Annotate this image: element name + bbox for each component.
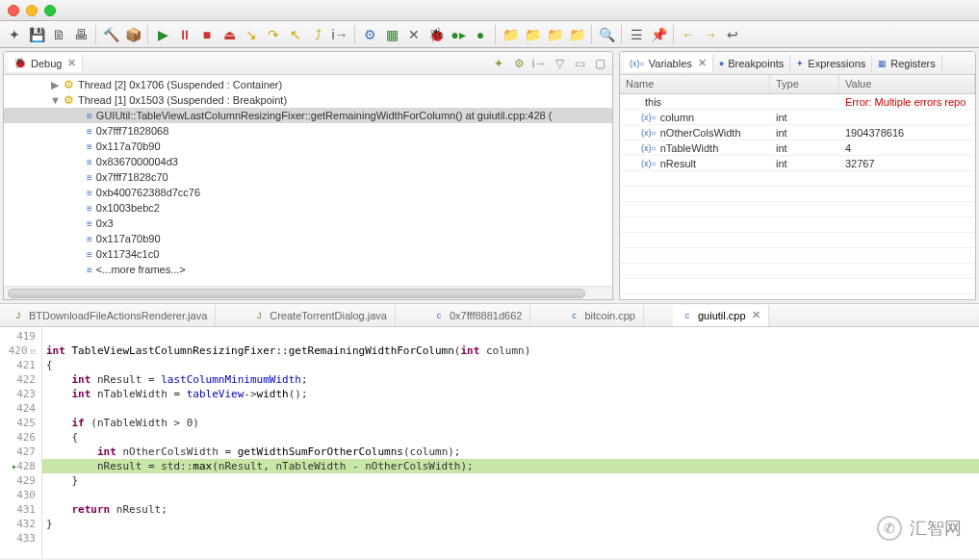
column-value[interactable]: Value <box>839 75 975 93</box>
folder3-icon[interactable]: 📁 <box>544 24 565 45</box>
line-number[interactable]: 432 <box>0 517 41 531</box>
debug-action-icon[interactable]: ✦ <box>490 55 507 72</box>
line-number[interactable]: 423 <box>0 387 41 401</box>
editor-tab[interactable]: cguiutil.cpp✕ <box>673 305 769 326</box>
box-icon[interactable]: 📦 <box>122 24 143 45</box>
close-traffic-light[interactable] <box>8 5 19 16</box>
code-line[interactable]: } <box>42 473 979 488</box>
save-all-icon[interactable]: 🗎 <box>48 24 69 45</box>
suspend-icon[interactable]: ⏸ <box>174 24 195 45</box>
code-editor[interactable]: 4194204214224234244254264274284294304314… <box>0 327 979 558</box>
code-line[interactable] <box>42 329 979 344</box>
instruction-step-icon[interactable]: i→ <box>329 24 350 45</box>
column-type[interactable]: Type <box>770 75 839 93</box>
line-number[interactable]: 430 <box>0 488 41 502</box>
code-line[interactable]: nResult = std::max(nResult, nTableWidth … <box>42 459 979 473</box>
stack-frame-row[interactable]: ≡0x117a70b90 <box>4 139 612 154</box>
tab-registers[interactable]: ▦Registers <box>872 55 941 72</box>
step-mode-icon[interactable]: i→ <box>530 55 548 72</box>
tab-breakpoints[interactable]: ●Breakpoints <box>713 55 791 72</box>
variable-row[interactable]: (x)=nResultint32767 <box>620 156 975 171</box>
step-into-icon[interactable]: ↘ <box>241 24 262 45</box>
code-line[interactable]: int TableViewLastColumnResizingFixer::ge… <box>42 344 979 358</box>
terminate-icon[interactable]: ■ <box>196 24 218 45</box>
stack-frame-row[interactable]: ≡GUIUtil::TableViewLastColumnResizingFix… <box>4 108 612 123</box>
thread-row[interactable]: ▶⚙Thread [2] 0x1706 (Suspended : Contain… <box>4 77 612 92</box>
variable-row[interactable]: (x)=nTableWidthint4 <box>620 140 975 156</box>
variables-table[interactable]: thisError: Multiple errors repo(x)=colum… <box>620 94 975 299</box>
line-number[interactable]: 427 <box>0 445 41 459</box>
run-icon[interactable]: ●▸ <box>448 24 469 45</box>
code-line[interactable]: { <box>42 358 979 372</box>
tab-variables[interactable]: (x)=Variables✕ <box>624 54 713 72</box>
line-number[interactable]: 428 <box>0 459 41 473</box>
code-line[interactable]: } <box>42 517 979 531</box>
build-icon[interactable]: 🔨 <box>100 24 121 45</box>
line-number[interactable]: 425 <box>0 416 41 430</box>
debug-action2-icon[interactable]: ⚙ <box>510 55 528 72</box>
save-icon[interactable]: 💾 <box>26 24 47 45</box>
code-line[interactable]: int nTableWidth = tableView->width(); <box>42 387 979 401</box>
debug-stack-tree[interactable]: ▶⚙Thread [2] 0x1706 (Suspended : Contain… <box>4 75 612 286</box>
zoom-traffic-light[interactable] <box>44 5 56 16</box>
column-name[interactable]: Name <box>620 75 770 93</box>
stack-frame-row[interactable]: ≡0xb400762388d7cc76 <box>4 185 612 200</box>
folder-icon[interactable]: 📁 <box>500 24 521 45</box>
run-last-icon[interactable]: ● <box>470 24 491 45</box>
step-over-icon[interactable]: ↷ <box>263 24 284 45</box>
variables-icon[interactable]: ✕ <box>403 24 425 45</box>
editor-tab[interactable]: cbitcoin.cpp <box>559 305 644 326</box>
search-icon[interactable]: 🔍 <box>596 24 617 45</box>
new-icon[interactable]: ✦ <box>4 24 25 45</box>
folder2-icon[interactable]: 📁 <box>522 24 543 45</box>
line-number[interactable]: 422 <box>0 372 41 387</box>
code-line[interactable]: return nResult; <box>42 502 979 517</box>
pin-icon[interactable]: 📌 <box>648 24 669 45</box>
drop-frame-icon[interactable]: ⤴ <box>307 24 328 45</box>
editor-tab[interactable]: c0x7fff8881d662 <box>425 305 530 326</box>
code-content[interactable]: int TableViewLastColumnResizingFixer::ge… <box>42 327 979 558</box>
debug-tab[interactable]: 🐞 Debug ✕ <box>8 54 83 72</box>
view-menu-icon[interactable]: ▽ <box>551 55 568 72</box>
outline-icon[interactable]: ☰ <box>626 24 647 45</box>
stack-frame-row[interactable]: ≡0x8367000004d3 <box>4 154 612 169</box>
line-number[interactable]: 420 <box>0 344 41 358</box>
code-line[interactable]: if (nTableWidth > 0) <box>42 416 979 430</box>
forward-icon[interactable]: → <box>700 24 721 45</box>
code-line[interactable]: int nResult = lastColumnMinimumWidth; <box>42 372 979 387</box>
line-number[interactable]: 419 <box>0 329 41 344</box>
print-icon[interactable]: 🖶 <box>70 24 91 45</box>
maximize-icon[interactable]: ▢ <box>591 55 608 72</box>
line-number[interactable]: 431 <box>0 502 41 517</box>
bug-icon[interactable]: 🐞 <box>425 24 447 45</box>
editor-tab[interactable]: JCreateTorrentDialog.java <box>245 305 396 326</box>
line-number[interactable]: 433 <box>0 531 41 546</box>
last-edit-icon[interactable]: ↩ <box>722 24 743 45</box>
variable-row[interactable]: thisError: Multiple errors repo <box>620 94 975 110</box>
line-number[interactable]: 421 <box>0 358 41 372</box>
close-icon[interactable]: ✕ <box>67 57 76 69</box>
code-line[interactable] <box>42 401 979 416</box>
disconnect-icon[interactable]: ⏏ <box>219 24 240 45</box>
stack-frame-row[interactable]: ≡0x1003bebc2 <box>4 200 612 216</box>
step-return-icon[interactable]: ↖ <box>285 24 306 45</box>
stack-frame-row[interactable]: ≡<...more frames...> <box>4 262 612 277</box>
tab-expressions[interactable]: ✦Expressions <box>790 55 872 72</box>
code-line[interactable] <box>42 531 979 546</box>
back-icon[interactable]: ← <box>678 24 699 45</box>
stack-frame-row[interactable]: ≡0x3 <box>4 216 612 231</box>
stack-frame-row[interactable]: ≡0x117a70b90 <box>4 231 612 246</box>
code-line[interactable]: { <box>42 430 979 445</box>
thread-row[interactable]: ▼⚙Thread [1] 0x1503 (Suspended : Breakpo… <box>4 92 612 108</box>
variable-row[interactable]: (x)=columnint <box>620 110 975 125</box>
line-number[interactable]: 429 <box>0 473 41 488</box>
variable-row[interactable]: (x)=nOtherColsWidthint1904378616 <box>620 125 975 140</box>
code-line[interactable]: int nOtherColsWidth = getWidthSumForOthe… <box>42 445 979 459</box>
expressions-icon[interactable]: ▦ <box>381 24 402 45</box>
editor-tab[interactable]: JBTDownloadFileActionsRenderer.java <box>4 305 216 326</box>
minimize-traffic-light[interactable] <box>26 5 38 16</box>
filter-icon[interactable]: ⚙ <box>359 24 380 45</box>
close-icon[interactable]: ✕ <box>698 57 707 69</box>
line-number[interactable]: 426 <box>0 430 41 445</box>
folder4-icon[interactable]: 📁 <box>566 24 587 45</box>
